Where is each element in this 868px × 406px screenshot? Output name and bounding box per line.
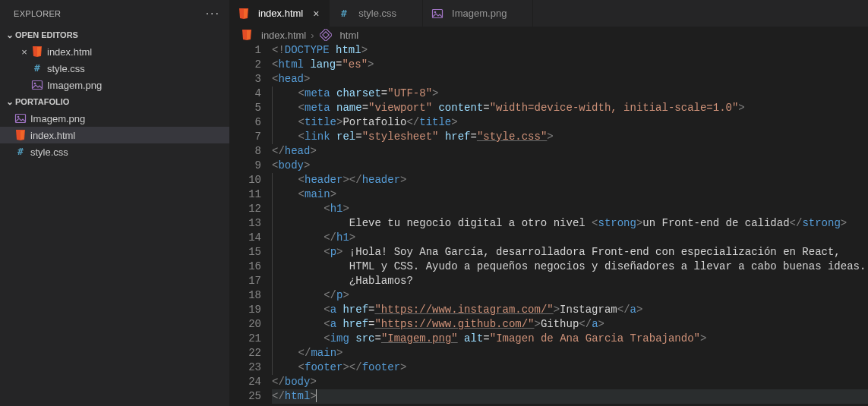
open-editors-header[interactable]: ⌄ OPEN EDITORS (0, 27, 229, 43)
svg-point-4 (34, 83, 36, 85)
svg-rect-17 (320, 29, 332, 41)
file-name: index.html (30, 130, 75, 141)
breadcrumb-file: index.html (261, 30, 306, 41)
html-icon (237, 8, 251, 20)
svg-marker-1 (37, 47, 41, 56)
open-editors-label: OPEN EDITORS (15, 30, 78, 39)
explorer-header: EXPLORER ··· (0, 0, 229, 27)
editor-tab[interactable]: #style.css (330, 0, 423, 27)
breadcrumb-symbol: html (340, 30, 359, 41)
text-cursor (316, 389, 317, 402)
image-icon (14, 112, 27, 124)
svg-marker-8 (21, 131, 24, 140)
file-name: Imagem.png (47, 80, 102, 91)
chevron-right-icon: › (311, 30, 314, 41)
svg-rect-13 (433, 9, 443, 17)
css-icon: # (337, 8, 351, 20)
editor-tab[interactable]: Imagem.png (423, 0, 533, 27)
image-icon (431, 8, 444, 20)
code-editor[interactable]: 1234567891011121314151617181920212223242… (229, 43, 868, 406)
symbol-icon (319, 29, 333, 41)
folder-list: Imagem.pngindex.html#style.css (0, 110, 229, 160)
open-editors-list: ×index.html#style.cssImagem.png (0, 43, 229, 93)
open-editor-item[interactable]: ×index.html (0, 43, 229, 60)
breadcrumb[interactable]: index.html › html (229, 27, 868, 43)
line-gutter: 1234567891011121314151617181920212223242… (229, 43, 272, 406)
tab-label: style.css (358, 8, 396, 19)
image-icon (30, 79, 44, 91)
html-icon (14, 129, 27, 141)
css-icon: # (14, 146, 27, 158)
svg-rect-3 (33, 81, 43, 90)
html-icon (240, 29, 254, 41)
folder-file-item[interactable]: #style.css (0, 143, 229, 160)
file-name: style.css (30, 146, 68, 158)
tab-label: Imagem.png (452, 8, 507, 19)
css-icon: # (30, 62, 44, 74)
close-icon[interactable]: × (18, 46, 30, 58)
folder-file-item[interactable]: Imagem.png (0, 110, 229, 127)
explorer-sidebar: EXPLORER ··· ⌄ OPEN EDITORS ×index.html#… (0, 0, 229, 406)
chevron-down-icon: ⌄ (5, 96, 15, 107)
more-actions-icon[interactable]: ··· (206, 7, 220, 20)
file-name: Imagem.png (30, 113, 85, 124)
svg-point-14 (434, 11, 437, 13)
editor-tab[interactable]: index.html× (229, 0, 330, 27)
folder-header[interactable]: ⌄ PORTAFOLIO (0, 93, 229, 110)
svg-marker-16 (247, 30, 251, 39)
code-area[interactable]: <!DOCTYPE html><html lang="es"><head> <m… (272, 43, 868, 406)
folder-label: PORTAFOLIO (15, 97, 69, 106)
tab-label: index.html (258, 8, 303, 19)
html-icon (30, 46, 44, 58)
svg-marker-11 (244, 9, 248, 18)
svg-point-6 (17, 116, 20, 118)
svg-rect-18 (322, 32, 328, 38)
editor-main: index.html×#style.cssImagem.png index.ht… (229, 0, 868, 406)
folder-file-item[interactable]: index.html (0, 127, 229, 143)
file-name: index.html (47, 46, 92, 58)
svg-text:#: # (341, 8, 347, 19)
explorer-title: EXPLORER (14, 9, 61, 18)
close-icon[interactable]: × (311, 8, 321, 20)
open-editor-item[interactable]: #style.css (0, 60, 229, 77)
editor-tabs: index.html×#style.cssImagem.png (229, 0, 868, 27)
file-name: style.css (47, 63, 85, 74)
svg-rect-5 (16, 115, 26, 123)
open-editor-item[interactable]: Imagem.png (0, 77, 229, 93)
svg-text:#: # (34, 62, 40, 74)
svg-text:#: # (17, 146, 24, 157)
chevron-down-icon: ⌄ (5, 30, 15, 40)
